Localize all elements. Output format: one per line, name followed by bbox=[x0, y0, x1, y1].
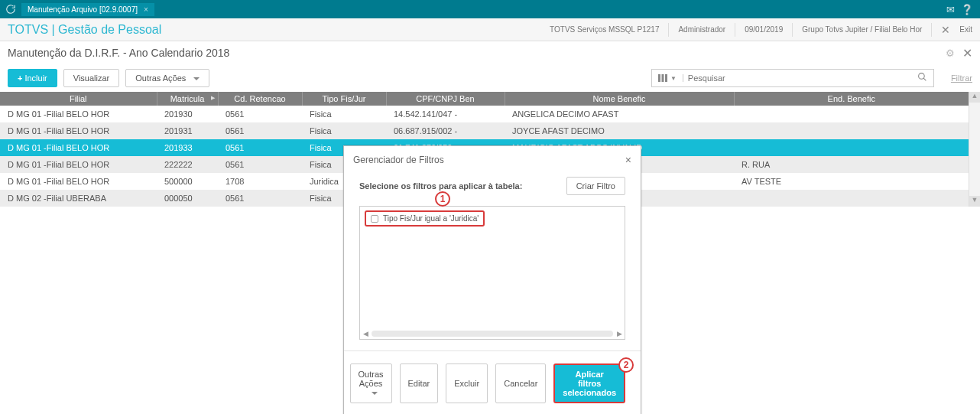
scroll-down-icon[interactable]: ▼ bbox=[969, 196, 980, 207]
sub-header: TOTVS | Gestão de Pessoal TOTVS Serviços… bbox=[0, 18, 980, 41]
cancelar-button[interactable]: Cancelar bbox=[495, 363, 546, 403]
col-nome[interactable]: Nome Benefic bbox=[505, 92, 734, 106]
cell-filial: D MG 02 -Filial UBERABA bbox=[0, 190, 157, 207]
col-cpf[interactable]: CPF/CNPJ Ben bbox=[386, 92, 505, 106]
page-title: Manutenção da D.I.R.F. - Ano Calendario … bbox=[8, 47, 229, 59]
horizontal-scrollbar[interactable]: ◀ ▶ bbox=[362, 330, 623, 337]
window-tab[interactable]: Manutenção Arquivo [02.9.0007] × bbox=[21, 3, 154, 16]
cell-filial: D MG 01 -Filial BELO HOR bbox=[0, 122, 157, 139]
cell-filial: D MG 01 -Filial BELO HOR bbox=[0, 173, 157, 190]
help-icon[interactable]: ❔ bbox=[959, 4, 975, 15]
filter-list: Tipo Fis/Jur igual a 'Juridica' ◀ ▶ bbox=[359, 206, 625, 340]
table-header-row: Filial Matricula▶ Cd. Retencao Tipo Fis/… bbox=[0, 92, 969, 106]
refresh-icon[interactable] bbox=[5, 3, 17, 15]
scroll-left-icon[interactable]: ◀ bbox=[362, 330, 369, 337]
page-title-bar: Manutenção da D.I.R.F. - Ano Calendario … bbox=[0, 41, 980, 64]
callout-2: 2 bbox=[618, 357, 634, 373]
close-tab-icon[interactable]: × bbox=[144, 5, 148, 14]
cell-cpf: 06.687.915/002 - bbox=[386, 122, 505, 139]
cell-nome: JOYCE AFAST DECIMO bbox=[505, 122, 734, 139]
group-label: Grupo Totvs Jupiter / Filial Belo Hor bbox=[802, 25, 922, 34]
cell-tipo: Fisica bbox=[302, 122, 386, 139]
modal-outras-button[interactable]: Outras Ações bbox=[350, 363, 392, 403]
table-row[interactable]: D MG 01 -Filial BELO HOR2019300561Fisica… bbox=[0, 106, 969, 122]
cell-nome: ANGELICA DECIMO AFAST bbox=[505, 106, 734, 122]
svg-line-4 bbox=[923, 78, 926, 80]
cell-end bbox=[734, 190, 969, 207]
visualizar-button[interactable]: Visualizar bbox=[63, 69, 120, 87]
columns-selector[interactable]: ▼ bbox=[652, 74, 683, 82]
incluir-button[interactable]: +Incluir bbox=[8, 69, 57, 87]
cell-end bbox=[734, 122, 969, 139]
cell-matricula: 201931 bbox=[157, 122, 218, 139]
callout-1: 1 bbox=[435, 191, 450, 207]
cell-end bbox=[734, 139, 969, 156]
toolbar: +Incluir Visualizar Outras Ações ▼ Filtr… bbox=[0, 64, 980, 92]
outras-acoes-button[interactable]: Outras Ações bbox=[125, 69, 209, 87]
cell-end bbox=[734, 106, 969, 122]
cell-cd: 0561 bbox=[218, 156, 302, 173]
vertical-scrollbar[interactable]: ▲ ▼ bbox=[969, 92, 980, 207]
env-label: TOTVS Serviços MSSQL P1217 bbox=[550, 25, 659, 34]
mail-icon[interactable]: ✉ bbox=[942, 4, 959, 15]
cell-matricula: 000050 bbox=[157, 190, 218, 207]
cell-cd: 0561 bbox=[218, 122, 302, 139]
cell-cd: 0561 bbox=[218, 106, 302, 122]
svg-point-3 bbox=[919, 73, 925, 80]
col-cdretencao[interactable]: Cd. Retencao bbox=[218, 92, 302, 106]
search-box: ▼ bbox=[651, 69, 934, 87]
exit-label[interactable]: Exit bbox=[959, 25, 972, 34]
cell-tipo: Fisica bbox=[302, 106, 386, 122]
col-tipo[interactable]: Tipo Fis/Jur bbox=[302, 92, 386, 106]
exit-close-icon[interactable]: ✕ bbox=[941, 24, 950, 36]
cell-filial: D MG 01 -Filial BELO HOR bbox=[0, 106, 157, 122]
svg-rect-2 bbox=[665, 74, 667, 82]
svg-rect-1 bbox=[661, 74, 664, 82]
search-icon[interactable] bbox=[911, 72, 933, 84]
cell-cd: 1708 bbox=[218, 173, 302, 190]
col-matricula[interactable]: Matricula▶ bbox=[157, 92, 218, 106]
cell-filial: D MG 01 -Filial BELO HOR bbox=[0, 139, 157, 156]
filter-checkbox[interactable] bbox=[371, 215, 378, 223]
cell-filial: D MG 01 -Filial BELO HOR bbox=[0, 156, 157, 173]
cell-end: R. RUA bbox=[734, 156, 969, 173]
filter-manager-modal: Gerenciador de Filtros × Selecione os fi… bbox=[343, 145, 641, 414]
cell-matricula: 500000 bbox=[157, 173, 218, 190]
scroll-up-icon[interactable]: ▲ bbox=[969, 92, 980, 103]
modal-title: Gerenciador de Filtros bbox=[353, 155, 444, 165]
cell-matricula: 201930 bbox=[157, 106, 218, 122]
scroll-right-icon[interactable]: ▶ bbox=[615, 330, 623, 337]
cell-matricula: 222222 bbox=[157, 156, 218, 173]
window-tab-label: Manutenção Arquivo [02.9.0007] bbox=[28, 5, 138, 14]
search-input[interactable] bbox=[683, 70, 911, 86]
col-filial[interactable]: Filial bbox=[0, 92, 157, 106]
create-filter-button[interactable]: Criar Filtro bbox=[566, 177, 625, 195]
date-label: 09/01/2019 bbox=[745, 25, 783, 34]
filtrar-link[interactable]: Filtrar bbox=[951, 73, 972, 83]
page-close-icon[interactable]: ✕ bbox=[962, 46, 972, 60]
product-title: TOTVS | Gestão de Pessoal bbox=[8, 23, 550, 37]
modal-close-icon[interactable]: × bbox=[625, 154, 631, 166]
incluir-label: Incluir bbox=[24, 73, 47, 83]
svg-rect-0 bbox=[658, 74, 660, 82]
gear-icon[interactable]: ⚙ bbox=[946, 47, 955, 59]
table-row[interactable]: D MG 01 -Filial BELO HOR2019310561Fisica… bbox=[0, 122, 969, 139]
filter-item[interactable]: Tipo Fis/Jur igual a 'Juridica' bbox=[365, 210, 485, 227]
cell-cd: 0561 bbox=[218, 139, 302, 156]
modal-instruction: Selecione os filtros para aplicar à tabe… bbox=[359, 181, 522, 191]
filter-item-label: Tipo Fis/Jur igual a 'Juridica' bbox=[383, 214, 479, 223]
cell-cpf: 14.542.141/047 - bbox=[386, 106, 505, 122]
cell-cd: 0561 bbox=[218, 190, 302, 207]
col-end[interactable]: End. Benefic bbox=[734, 92, 969, 106]
cell-matricula: 201933 bbox=[157, 139, 218, 156]
excluir-button[interactable]: Excluir bbox=[446, 363, 488, 403]
aplicar-filtros-button[interactable]: Aplicar filtros selecionados bbox=[553, 363, 625, 403]
user-label: Administrador bbox=[678, 25, 725, 34]
editar-button[interactable]: Editar bbox=[400, 363, 439, 403]
chevron-down-icon: ▼ bbox=[670, 75, 677, 82]
title-bar: Manutenção Arquivo [02.9.0007] × ✉ ❔ bbox=[0, 0, 980, 18]
cell-end: AV TESTE bbox=[734, 173, 969, 190]
